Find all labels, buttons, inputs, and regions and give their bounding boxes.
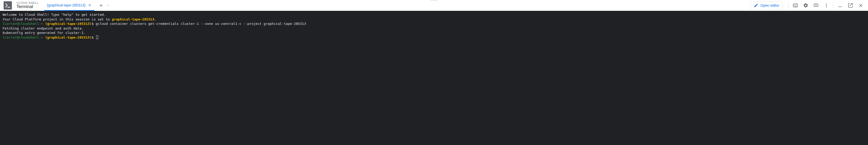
minimize-icon[interactable]	[835, 0, 845, 10]
cloud-shell-icon	[4, 1, 12, 9]
svg-point-9	[797, 5, 797, 6]
svg-point-12	[815, 5, 816, 6]
terminal-command: gcloud container clusters get-credential…	[94, 22, 306, 26]
svg-point-8	[796, 5, 796, 6]
prompt-dollar: $	[92, 35, 94, 39]
svg-point-15	[826, 6, 827, 7]
tab-label: (graphical-tape-285313)	[47, 3, 85, 7]
svg-point-6	[794, 5, 794, 6]
prompt-user: lcarter@cloudshell:	[3, 35, 41, 39]
open-new-window-icon[interactable]	[845, 0, 856, 10]
add-tab-button[interactable]	[97, 2, 105, 9]
svg-point-5	[797, 4, 797, 5]
open-editor-label: Open editor	[761, 3, 779, 7]
topbar: CLOUD SHELL Terminal (graphical-tape-285…	[0, 0, 868, 11]
prompt-project: (graphical-tape-285313)	[45, 22, 92, 26]
prompt-user: lcarter@cloudshell:	[3, 22, 41, 26]
svg-point-2	[794, 4, 794, 5]
terminal-line: Fetching cluster endpoint and auth data.	[3, 26, 84, 30]
pencil-icon	[754, 3, 758, 8]
title-block: CLOUD SHELL Terminal	[17, 1, 38, 9]
svg-point-7	[795, 5, 795, 6]
page-title: Terminal	[17, 4, 38, 9]
drag-handle[interactable]	[429, 0, 439, 1]
svg-point-14	[826, 5, 827, 6]
open-editor-button[interactable]: Open editor	[750, 2, 783, 9]
close-panel-icon[interactable]	[856, 0, 866, 10]
terminal-output[interactable]: Welcome to Cloud Shell! Type "help" to g…	[0, 11, 868, 145]
prompt-project: (graphical-tape-285313)	[45, 35, 92, 39]
svg-point-4	[796, 4, 796, 5]
svg-rect-10	[795, 6, 797, 6]
keyboard-icon[interactable]	[790, 0, 801, 10]
svg-point-13	[826, 3, 827, 4]
terminal-line: Welcome to Cloud Shell! Type "help" to g…	[3, 13, 106, 17]
close-icon[interactable]	[88, 3, 92, 7]
terminal-cursor	[96, 35, 98, 39]
terminal-line: kubeconfig entry generated for cluster-1…	[3, 31, 86, 35]
divider	[833, 2, 833, 8]
svg-point-3	[795, 4, 795, 5]
screen-icon[interactable]	[811, 0, 821, 10]
prompt-tilde: ~	[41, 22, 43, 26]
terminal-project-id: graphical-tape-285313	[112, 17, 154, 21]
tab-menu-chevron-icon[interactable]	[106, 3, 111, 8]
more-vert-icon[interactable]	[821, 0, 832, 10]
terminal-line: Your Cloud Platform project in this sess…	[3, 17, 112, 21]
gear-icon[interactable]	[801, 0, 811, 10]
prompt-tilde: ~	[41, 35, 43, 39]
tab-session[interactable]: (graphical-tape-285313)	[44, 0, 94, 11]
